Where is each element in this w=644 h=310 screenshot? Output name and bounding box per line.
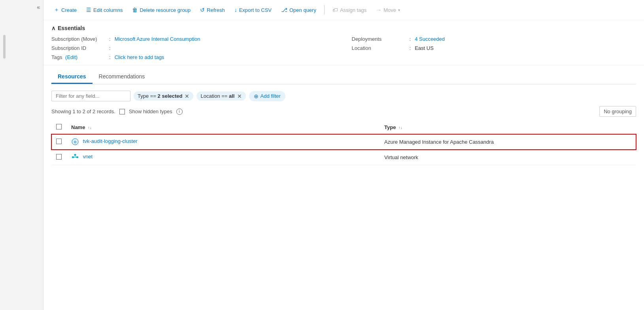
deployments-link[interactable]: 4 Succeeded <box>415 36 445 42</box>
tabs-section: Resources Recommendations Type == 2 sele… <box>43 65 644 165</box>
type-filter-chip[interactable]: Type == 2 selected ✕ <box>134 91 193 101</box>
location-filter-chip[interactable]: Location == all ✕ <box>196 91 246 101</box>
subscription-link[interactable]: Microsoft Azure Internal Consumption <box>115 36 200 42</box>
refresh-icon: ↺ <box>200 7 205 13</box>
chevron-up-icon: ∧ <box>51 25 55 31</box>
sidebar-collapse-button[interactable]: « <box>37 4 40 10</box>
assign-tags-button[interactable]: 🏷 Assign tags <box>329 4 370 15</box>
cassandra-icon: ⚙ <box>71 138 79 146</box>
deployments-row: Deployments : 4 Succeeded <box>352 36 636 42</box>
tab-recommendations[interactable]: Recommendations <box>93 70 151 84</box>
toolbar: ＋ Create ☰ Edit columns 🗑 Delete resourc… <box>43 0 644 20</box>
th-checkbox <box>51 121 66 134</box>
showing-text: Showing 1 to 2 of 2 records. <box>51 108 115 114</box>
essentials-right: Deployments : 4 Succeeded Location : Eas… <box>352 36 636 60</box>
add-filter-button[interactable]: ⊕ Add filter <box>249 91 285 101</box>
edit-columns-button[interactable]: ☰ Edit columns <box>82 4 127 15</box>
toolbar-divider <box>324 5 325 15</box>
th-type[interactable]: Type ↑↓ <box>380 121 636 134</box>
svg-text:⚙: ⚙ <box>74 140 77 144</box>
row-checkbox-1[interactable] <box>56 154 62 160</box>
show-hidden-checkbox[interactable] <box>119 109 125 114</box>
tabs: Resources Recommendations <box>51 70 636 84</box>
resource-name-link[interactable]: tvk-audit-logging-cluster <box>83 138 138 144</box>
tags-edit-link[interactable]: (Edit) <box>65 54 77 60</box>
create-button[interactable]: ＋ Create <box>50 4 81 16</box>
open-query-button[interactable]: ⎇ Open query <box>277 4 320 15</box>
add-tags-link[interactable]: Click here to add tags <box>115 54 164 60</box>
essentials-header[interactable]: ∧ Essentials <box>51 25 636 31</box>
plus-icon: ＋ <box>54 6 59 13</box>
name-sort-icon: ↑↓ <box>88 126 92 130</box>
main-content: ＋ Create ☰ Edit columns 🗑 Delete resourc… <box>43 0 644 165</box>
resource-name-link[interactable]: vnet <box>83 154 93 160</box>
location-row: Location : East US <box>352 45 636 51</box>
resources-table: Name ↑↓ Type ↑↓ ⚙ tvk-audit-logging-clus… <box>51 121 636 165</box>
move-icon: → <box>376 7 381 13</box>
filter-input[interactable] <box>51 91 130 101</box>
svg-rect-3 <box>76 156 78 158</box>
move-button[interactable]: → Move ▾ <box>372 4 404 15</box>
records-bar: Showing 1 to 2 of 2 records. Show hidden… <box>51 106 636 117</box>
tag-icon: 🏷 <box>332 7 338 13</box>
delete-rg-button[interactable]: 🗑 Delete resource group <box>128 4 195 15</box>
type-sort-icon: ↑↓ <box>398 126 402 130</box>
add-filter-icon: ⊕ <box>254 93 259 99</box>
show-hidden-label: Show hidden types <box>129 108 172 114</box>
show-hidden-info-icon[interactable]: i <box>176 108 183 115</box>
resource-type: Azure Managed Instance for Apache Cassan… <box>380 134 636 150</box>
table-body: ⚙ tvk-audit-logging-cluster Azure Manage… <box>51 134 636 165</box>
chevron-down-icon: ▾ <box>398 8 400 12</box>
svg-rect-2 <box>72 156 74 158</box>
type-filter-close[interactable]: ✕ <box>185 93 189 99</box>
location-filter-close[interactable]: ✕ <box>237 93 242 99</box>
essentials-left: Subscription (Move) : Microsoft Azure In… <box>51 36 336 60</box>
essentials-section: ∧ Essentials Subscription (Move) : Micro… <box>43 20 644 65</box>
sidebar-scrollbar[interactable] <box>3 35 6 59</box>
refresh-button[interactable]: ↺ Refresh <box>196 4 229 15</box>
table-header: Name ↑↓ Type ↑↓ <box>51 121 636 134</box>
filter-bar: Type == 2 selected ✕ Location == all ✕ ⊕… <box>51 91 636 101</box>
subscription-id-row: Subscription ID : <box>51 45 336 51</box>
table-row: vnet Virtual network <box>51 150 636 165</box>
export-icon: ↓ <box>234 7 237 13</box>
tab-resources[interactable]: Resources <box>51 70 93 84</box>
select-all-checkbox[interactable] <box>56 124 62 129</box>
tags-label: Tags (Edit) <box>51 54 107 60</box>
vnet-icon <box>71 153 79 161</box>
query-icon: ⎇ <box>281 7 287 13</box>
svg-rect-4 <box>74 154 76 156</box>
sidebar: « <box>0 0 43 165</box>
export-csv-button[interactable]: ↓ Export to CSV <box>230 4 276 15</box>
table-row: ⚙ tvk-audit-logging-cluster Azure Manage… <box>51 134 636 150</box>
no-grouping-button[interactable]: No grouping <box>599 106 636 117</box>
row-checkbox-0[interactable] <box>56 139 62 144</box>
columns-icon: ☰ <box>86 7 91 13</box>
essentials-grid: Subscription (Move) : Microsoft Azure In… <box>51 36 636 60</box>
tags-row: Tags (Edit) : Click here to add tags <box>51 54 336 60</box>
delete-icon: 🗑 <box>132 7 138 13</box>
resource-type: Virtual network <box>380 150 636 165</box>
th-name[interactable]: Name ↑↓ <box>66 121 380 134</box>
subscription-row: Subscription (Move) : Microsoft Azure In… <box>51 36 336 42</box>
